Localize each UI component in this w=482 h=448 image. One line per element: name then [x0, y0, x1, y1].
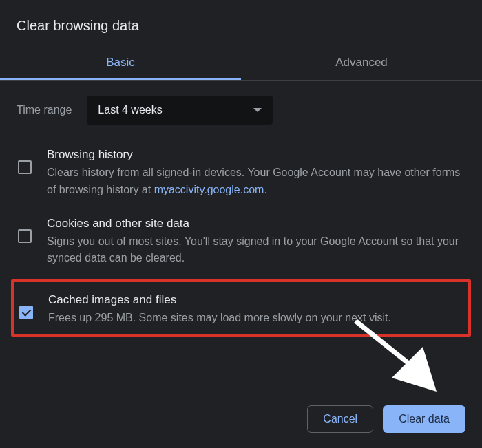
option-text: Cookies and other site data Signs you ou… — [47, 217, 463, 268]
option-description: Clears history from all signed-in device… — [47, 164, 463, 199]
option-title: Cookies and other site data — [47, 217, 463, 231]
option-text: Cached images and files Frees up 295 MB.… — [48, 293, 461, 327]
option-description: Signs you out of most sites. You'll stay… — [47, 233, 463, 268]
dialog-footer: Cancel Clear data — [307, 405, 465, 433]
tab-advanced[interactable]: Advanced — [241, 49, 482, 80]
option-browsing-history: Browsing history Clears history from all… — [17, 142, 465, 211]
chevron-down-icon — [253, 108, 262, 112]
checkbox-cookies[interactable] — [18, 229, 32, 243]
clear-data-button[interactable]: Clear data — [383, 405, 465, 433]
time-range-select[interactable]: Last 4 weeks — [87, 96, 273, 125]
time-range-row: Time range Last 4 weeks — [17, 96, 465, 125]
myactivity-link[interactable]: myaccivity.google.com — [154, 184, 264, 195]
option-description: Frees up 295 MB. Some sites may load mor… — [48, 310, 461, 327]
dialog-body: Time range Last 4 weeks Browsing history… — [0, 81, 482, 337]
clear-browsing-data-dialog: Clear browsing data Basic Advanced Time … — [0, 0, 482, 448]
cancel-button[interactable]: Cancel — [307, 405, 373, 433]
option-text: Browsing history Clears history from all… — [47, 148, 463, 199]
tabs: Basic Advanced — [0, 49, 482, 81]
dialog-title: Clear browsing data — [0, 14, 482, 49]
annotation-highlight: Cached images and files Frees up 295 MB.… — [11, 279, 471, 337]
checkbox-cache[interactable] — [19, 306, 33, 319]
option-title: Browsing history — [47, 148, 463, 162]
option-cookies: Cookies and other site data Signs you ou… — [17, 211, 465, 280]
time-range-value: Last 4 weeks — [98, 104, 162, 116]
checkbox-browsing-history[interactable] — [18, 160, 32, 174]
option-cache: Cached images and files Frees up 295 MB.… — [18, 288, 464, 330]
time-range-label: Time range — [17, 104, 72, 116]
option-title: Cached images and files — [48, 293, 461, 307]
tab-basic[interactable]: Basic — [0, 49, 241, 80]
